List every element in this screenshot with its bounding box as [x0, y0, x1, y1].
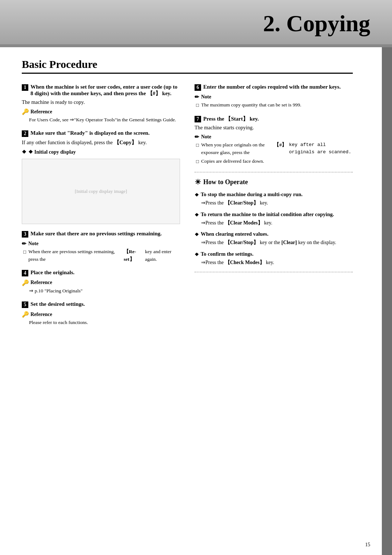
step-7-note: ✏ Note When you place originals on the e… [195, 134, 353, 165]
left-column: 1 When the machine is set for user codes… [22, 84, 180, 333]
reference-label-1: 🔑 Reference [22, 108, 180, 115]
step-7-title: Press the 【Start】 key. [203, 116, 353, 122]
pencil-icon-3: ✏ [22, 240, 26, 247]
step-3-header: 3 Make sure that there are no previous s… [22, 231, 180, 238]
step-7-note-item-1: When you place originals on the exposure… [196, 141, 353, 156]
step-2-body: If any other function is displayed, pres… [22, 139, 180, 146]
diamond-icon-how-3: ❖ [195, 232, 199, 238]
pencil-icon-7: ✏ [195, 134, 199, 140]
two-column-layout: 1 When the machine is set for user codes… [22, 84, 353, 333]
step-3-title: Make sure that there are no previous set… [30, 231, 180, 237]
step-6-title: Enter the number of copies required with… [203, 84, 353, 90]
step-1-title: When the machine is set for user codes, … [30, 84, 180, 97]
step-6: 6 Enter the number of copies required wi… [195, 84, 353, 109]
how-item-2-body: ⇒Press the 【Clear Modes】 key. [201, 219, 353, 227]
right-accent-bar [382, 0, 392, 555]
reference-text-label-5: Reference [30, 312, 52, 317]
page-number: 15 [365, 542, 370, 548]
key-icon-4: 🔑 [22, 279, 29, 286]
step-4: 4 Place the originals. 🔑 Reference ⇒ p.1… [22, 270, 180, 295]
step-4-title: Place the originals. [30, 270, 180, 276]
how-item-3-body: ⇒Press the 【Clear/Stop】 key or the [Clea… [201, 239, 353, 247]
note-label-text-3: Note [28, 241, 38, 247]
step-3-note-label: ✏ Note [22, 240, 180, 247]
step-1-reference: 🔑 Reference For Users Code, see ⇒"Key Op… [22, 108, 180, 123]
step-5-reference: 🔑 Reference Please refer to each functio… [22, 311, 180, 326]
step-7-header: 7 Press the 【Start】 key. [195, 116, 353, 122]
step-5-header: 5 Set the desired settings. [22, 301, 180, 308]
step-6-note-item: The maximum copy quantity that can be se… [196, 101, 353, 109]
step-2-title: Make sure that "Ready" is displayed on t… [30, 130, 180, 136]
step-2-number: 2 [22, 130, 28, 137]
diamond-icon-how-2: ❖ [195, 212, 199, 218]
note-label-text-7: Note [201, 134, 211, 140]
how-item-4-body: ⇒Press the 【Check Modes】 key. [201, 259, 353, 267]
step-4-number: 4 [22, 270, 28, 276]
note-label-text-6: Note [201, 94, 211, 100]
reference-content-4: ⇒ p.10 "Placing Originals" [29, 287, 180, 295]
how-item-4-title: ❖ To confirm the settings. [195, 251, 353, 258]
step-7-number: 7 [195, 116, 201, 122]
step-7: 7 Press the 【Start】 key. The machine sta… [195, 116, 353, 165]
step-5: 5 Set the desired settings. 🔑 Reference … [22, 301, 180, 326]
dotted-separator-1 [195, 172, 353, 173]
step-3-note-item: When there are previous settings remaini… [23, 248, 180, 263]
step-6-header: 6 Enter the number of copies required wi… [195, 84, 353, 91]
how-item-2: ❖ To return the machine to the initial c… [195, 211, 353, 227]
key-icon-5: 🔑 [22, 311, 29, 318]
initial-copy-display-image: [Initial copy display image] [22, 159, 180, 224]
step-1-header: 1 When the machine is set for user codes… [22, 84, 180, 97]
reference-text-label-1: Reference [30, 109, 52, 115]
step-7-body: The machine starts copying. [195, 125, 353, 131]
pencil-icon-6: ✏ [195, 94, 199, 100]
how-item-3: ❖ When clearing entered values. ⇒Press t… [195, 231, 353, 247]
step-3-note: ✏ Note When there are previous settings … [22, 240, 180, 263]
step-4-reference: 🔑 Reference ⇒ p.10 "Placing Originals" [22, 279, 180, 295]
right-column: 6 Enter the number of copies required wi… [195, 84, 353, 333]
how-item-2-title: ❖ To return the machine to the initial c… [195, 211, 353, 218]
how-item-2-title-text: To return the machine to the initial con… [201, 211, 334, 218]
how-item-4: ❖ To confirm the settings. ⇒Press the 【C… [195, 251, 353, 267]
step-2: 2 Make sure that "Ready" is displayed on… [22, 130, 180, 224]
reference-label-4: 🔑 Reference [22, 279, 180, 286]
how-to-section: ☀ How to Operate ❖ To stop the machine d… [195, 178, 353, 267]
diamond-icon-1: ❖ [22, 149, 26, 155]
section-title: Basic Procedure [22, 58, 353, 74]
step-6-note-label: ✏ Note [195, 94, 353, 100]
step-7-note-item-2: Copies are delivered face down. [196, 158, 353, 165]
step-7-note-label: ✏ Note [195, 134, 353, 140]
how-to-title: How to Operate [203, 178, 248, 186]
reference-content-5: Please refer to each functions. [29, 319, 180, 326]
step-5-title: Set the desired settings. [30, 301, 180, 307]
step-1-body: The machine is ready to copy. [22, 99, 180, 105]
how-item-1-title: ❖ To stop the machine during a multi-cop… [195, 191, 353, 198]
sun-icon: ☀ [195, 178, 201, 186]
reference-text-label-4: Reference [30, 280, 52, 285]
diamond-icon-how-4: ❖ [195, 252, 199, 258]
diamond-icon-how-1: ❖ [195, 192, 199, 198]
reference-label-5: 🔑 Reference [22, 311, 180, 318]
initial-copy-text: ❖ Initial copy display [28, 149, 76, 155]
how-item-3-title-text: When clearing entered values. [201, 231, 269, 237]
how-item-3-title: ❖ When clearing entered values. [195, 231, 353, 238]
step-5-number: 5 [22, 301, 28, 308]
dotted-separator-2 [195, 272, 353, 272]
how-item-1: ❖ To stop the machine during a multi-cop… [195, 191, 353, 207]
initial-copy-label: ❖ ❖ Initial copy display [22, 149, 180, 155]
how-to-header: ☀ How to Operate [195, 178, 353, 186]
step-6-note: ✏ Note The maximum copy quantity that ca… [195, 94, 353, 109]
step-6-number: 6 [195, 84, 201, 91]
key-icon-1: 🔑 [22, 108, 29, 115]
page-content: Basic Procedure 1 When the machine is se… [0, 47, 382, 347]
how-item-1-title-text: To stop the machine during a multi-copy … [201, 191, 303, 198]
step-1-number: 1 [22, 84, 28, 91]
step-3: 3 Make sure that there are no previous s… [22, 231, 180, 263]
how-item-4-title-text: To confirm the settings. [201, 251, 253, 257]
how-item-1-body: ⇒Press the 【Clear/Stop】 key. [201, 199, 353, 207]
step-1: 1 When the machine is set for user codes… [22, 84, 180, 123]
reference-content-1: For Users Code, see ⇒"Key Operator Tools… [29, 116, 180, 123]
step-4-header: 4 Place the originals. [22, 270, 180, 276]
step-3-number: 3 [22, 231, 28, 238]
header-banner: 2. Copying [0, 0, 392, 47]
page-title: 2. Copying [263, 10, 370, 37]
